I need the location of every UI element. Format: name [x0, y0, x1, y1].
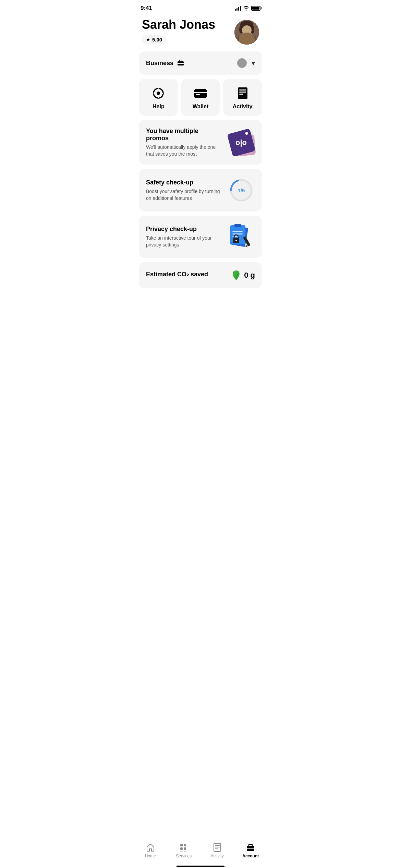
svg-rect-27	[239, 89, 246, 91]
svg-rect-35	[232, 231, 243, 232]
wifi-icon	[243, 6, 249, 11]
svg-point-16	[157, 92, 160, 95]
safety-progress-text: 1/5	[238, 188, 245, 193]
promos-text: You have multiple promos We'll automatic…	[146, 128, 222, 157]
star-icon: ★	[146, 37, 150, 42]
svg-rect-3	[244, 33, 250, 38]
briefcase-icon	[177, 59, 184, 67]
wallet-icon	[194, 87, 207, 99]
header: Sarah Jonas ★ 5.00	[134, 14, 267, 51]
co2-title: Estimated CO₂ saved	[146, 270, 226, 278]
avatar-image	[234, 20, 259, 45]
svg-point-40	[235, 240, 237, 241]
business-section: Business ▾	[134, 51, 267, 75]
promos-visual: o|o	[228, 129, 255, 156]
svg-rect-38	[234, 224, 241, 227]
privacy-subtitle: Take an interactive tour of your privacy…	[146, 235, 222, 248]
activity-card[interactable]: Activity	[223, 79, 262, 116]
co2-value: 0 g	[231, 270, 255, 281]
avatar[interactable]	[234, 20, 259, 45]
safety-text: Safety check-up Boost your safety profil…	[146, 179, 222, 202]
promo-tag-icon: o|o	[228, 129, 255, 156]
safety-subtitle: Boost your safety profile by turning on …	[146, 188, 222, 202]
svg-point-11	[249, 29, 250, 31]
svg-point-9	[248, 28, 251, 31]
safety-visual: 1/5	[228, 177, 255, 204]
co2-card[interactable]: Estimated CO₂ saved 0 g	[139, 262, 262, 288]
user-name: Sarah Jonas	[142, 18, 215, 32]
co2-amount: 0 g	[244, 271, 255, 280]
svg-point-8	[243, 28, 245, 31]
rating-badge: ★ 5.00	[142, 35, 166, 44]
privacy-visual	[228, 223, 255, 251]
signal-icon	[235, 6, 241, 11]
safety-card[interactable]: Safety check-up Boost your safety profil…	[139, 169, 262, 212]
business-right: ▾	[237, 58, 255, 68]
svg-rect-28	[239, 92, 246, 93]
leaf-icon	[231, 270, 241, 281]
privacy-section: Privacy check-up Take an interactive tou…	[134, 216, 267, 258]
safety-section: Safety check-up Boost your safety profil…	[134, 169, 267, 212]
wallet-label: Wallet	[193, 104, 209, 110]
clipboard-icon	[228, 223, 255, 251]
co2-text: Estimated CO₂ saved	[146, 270, 226, 280]
status-bar: 9:41	[134, 0, 267, 14]
business-left: Business	[146, 59, 184, 67]
svg-rect-29	[239, 94, 243, 95]
svg-rect-14	[178, 63, 184, 64]
safety-title: Safety check-up	[146, 179, 222, 186]
business-label: Business	[146, 60, 173, 67]
wallet-card[interactable]: Wallet	[181, 79, 220, 116]
promos-card[interactable]: You have multiple promos We'll automatic…	[139, 120, 262, 165]
activity-icon	[236, 87, 249, 99]
privacy-title: Privacy check-up	[146, 226, 222, 233]
promos-subtitle: We'll automatically apply the one that s…	[146, 144, 222, 157]
quick-actions-section: Help Wallet	[134, 79, 267, 116]
chevron-down-icon: ▾	[252, 59, 255, 67]
status-time: 9:41	[141, 5, 152, 12]
privacy-card[interactable]: Privacy check-up Take an interactive tou…	[139, 216, 262, 258]
svg-rect-13	[179, 60, 182, 62]
co2-section: Estimated CO₂ saved 0 g	[134, 262, 267, 288]
svg-rect-1	[238, 36, 256, 45]
help-label: Help	[153, 104, 165, 110]
svg-rect-36	[232, 233, 243, 234]
activity-label: Activity	[233, 104, 253, 110]
help-icon	[152, 87, 165, 99]
battery-icon	[251, 6, 260, 11]
svg-point-10	[243, 29, 245, 31]
svg-rect-26	[238, 87, 247, 99]
help-card[interactable]: Help	[139, 79, 178, 116]
business-card[interactable]: Business ▾	[139, 51, 262, 75]
svg-point-6	[239, 25, 243, 34]
privacy-text: Privacy check-up Take an interactive tou…	[146, 226, 222, 248]
rating-value: 5.00	[152, 37, 162, 43]
toggle-dot	[237, 58, 247, 68]
promos-section: You have multiple promos We'll automatic…	[134, 120, 267, 165]
svg-rect-2	[238, 36, 256, 45]
status-icons	[235, 6, 260, 11]
promos-title: You have multiple promos	[146, 128, 222, 142]
quick-actions-grid: Help Wallet	[139, 79, 262, 116]
svg-rect-23	[195, 89, 206, 91]
svg-point-7	[250, 25, 254, 34]
